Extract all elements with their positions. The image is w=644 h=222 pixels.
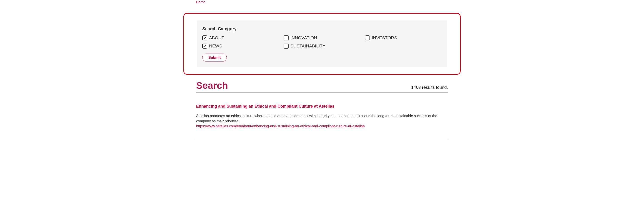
filter-title: Search Category (202, 26, 442, 31)
checkbox-box[interactable] (284, 35, 288, 40)
results-list: Enhancing and Sustaining an Ethical and … (196, 104, 448, 139)
breadcrumb: Home (196, 0, 448, 4)
checkbox-label: SUSTAINABILITY (290, 44, 326, 49)
checkbox-item-about[interactable]: ABOUT (202, 35, 279, 40)
checkbox-grid: ABOUTINNOVATIONINVESTORSNEWSSUSTAINABILI… (202, 35, 442, 49)
result-description: Astellas promotes an ethical culture whe… (196, 113, 448, 124)
checkbox-item-investors[interactable]: INVESTORS (365, 35, 442, 40)
checkbox-item-innovation[interactable]: INNOVATION (284, 35, 360, 40)
checkbox-box[interactable] (202, 44, 207, 49)
check-icon (203, 44, 206, 48)
checkbox-item-sustainability[interactable]: SUSTAINABILITY (284, 44, 360, 49)
checkbox-label: INVESTORS (372, 35, 397, 40)
results-count: 1463 results found. (411, 85, 448, 90)
checkbox-box[interactable] (284, 44, 288, 49)
checkbox-label: ABOUT (209, 35, 224, 40)
submit-button[interactable]: Submit (202, 54, 227, 62)
filter-highlight-box: Search Category ABOUTINNOVATIONINVESTORS… (184, 13, 460, 75)
checkbox-label: NEWS (209, 44, 222, 49)
search-header-row: Search 1463 results found. (196, 80, 448, 93)
search-category-panel: Search Category ABOUTINNOVATIONINVESTORS… (197, 20, 447, 67)
breadcrumb-home-link[interactable]: Home (196, 0, 205, 4)
check-icon (203, 36, 206, 39)
checkbox-label: INNOVATION (290, 35, 317, 40)
checkbox-box[interactable] (202, 35, 207, 40)
result-item: Enhancing and Sustaining an Ethical and … (196, 104, 448, 139)
search-heading: Search (196, 80, 228, 91)
checkbox-box[interactable] (365, 35, 370, 40)
checkbox-item-news[interactable]: NEWS (202, 44, 279, 49)
result-title-link[interactable]: Enhancing and Sustaining an Ethical and … (196, 104, 334, 109)
result-url-link[interactable]: https://www.astellas.com/en/about/enhanc… (196, 124, 365, 128)
